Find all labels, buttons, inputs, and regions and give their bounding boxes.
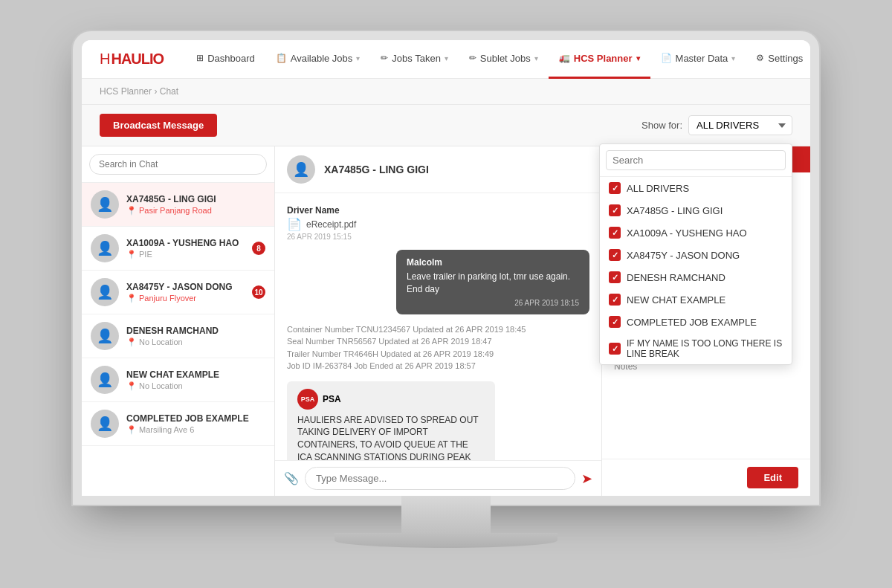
chat-item-new-chat[interactable]: 👤 NEW CHAT EXAMPLE 📍 No Location — [82, 358, 274, 402]
pdf-icon: 📄 — [287, 217, 302, 231]
dashboard-icon: ⊞ — [196, 53, 204, 63]
dropdown-label-all-drivers: ALL DRIVERS — [627, 183, 783, 194]
bubble-time: 26 APR 2019 18:15 — [407, 299, 579, 307]
avatar-ling-gigi: 👤 — [91, 190, 119, 219]
system-msg-2: Seal Number TNR56567 Updated at 26 APR 2… — [287, 335, 589, 348]
show-for-label: Show for: — [641, 120, 682, 131]
show-for-select[interactable]: ALL DRIVERS — [688, 115, 792, 135]
message-input[interactable] — [305, 467, 575, 490]
dropdown-item-jason-dong[interactable]: XA8475Y - JASON DONG — [600, 244, 792, 266]
driver-name-section: Driver Name 📄 eReceipt.pdf 26 APR 2019 1… — [287, 205, 589, 241]
chat-info-denesh: DENESH RAMCHAND 📍 No Location — [126, 326, 265, 347]
checkbox-all-drivers — [609, 182, 621, 194]
driver-dropdown: ALL DRIVERS XA7485G - LING GIGI XA1009A … — [599, 143, 792, 365]
nav-settings[interactable]: ⚙ Settings — [746, 40, 810, 79]
chat-input-bar: 📎 ➤ — [275, 460, 601, 496]
bubble-container: Malcolm Leave trailer in parking lot, tm… — [287, 250, 589, 314]
show-for-control: Show for: ALL DRIVERS — [641, 115, 792, 135]
breadcrumb-current: Chat — [160, 86, 178, 97]
checkbox-denesh — [609, 271, 621, 283]
nav-dashboard-label: Dashboard — [207, 53, 255, 64]
nav-hcs-planner[interactable]: 🚛 HCS Planner ▾ — [549, 40, 650, 79]
dropdown-label-yusheng-hao: XA1009A - YUSHENG HAO — [627, 227, 783, 239]
chat-info-yusheng-hao: XA1009A - YUSHENG HAO 📍 PIE — [126, 238, 245, 259]
chat-sub-denesh: 📍 No Location — [126, 337, 265, 347]
chat-sub-new-chat: 📍 No Location — [126, 381, 265, 391]
nav-jobs-taken[interactable]: ✏ Jobs Taken ▾ — [370, 40, 459, 79]
location-icon-denesh: 📍 — [126, 337, 137, 347]
monitor-screen: HHAULIO ⊞ Dashboard 📋 Available Jobs ▾ ✏… — [82, 40, 810, 496]
checkbox-jason-dong — [609, 249, 621, 261]
breadcrumb-parent[interactable]: HCS Planner — [100, 86, 152, 97]
avatar-jason-dong: 👤 — [91, 278, 119, 306]
send-icon[interactable]: ➤ — [581, 471, 592, 487]
sublet-jobs-icon: ✏ — [469, 53, 476, 63]
chat-item-completed-job[interactable]: 👤 COMPLETED JOB EXAMPLE 📍 Marsiling Ave … — [82, 402, 274, 446]
avatar-denesh: 👤 — [91, 322, 119, 350]
psa-header: PSA PSA — [297, 389, 485, 410]
dropdown-label-denesh: DENESH RAMCHAND — [627, 272, 783, 283]
dropdown-search-container — [600, 144, 792, 177]
dropdown-item-completed-job[interactable]: COMPLETED JOB EXAMPLE — [600, 311, 792, 333]
system-msg-4: Job ID IM-263784 Job Ended at 26 APR 201… — [287, 360, 589, 372]
chat-name-denesh: DENESH RAMCHAND — [126, 326, 265, 336]
chat-window: 👤 XA7485G - LING GIGI Driver Name 📄 eRec… — [275, 146, 602, 496]
breadcrumb-separator: › — [154, 86, 157, 97]
location-icon-completed-job: 📍 — [126, 425, 137, 435]
nav-dashboard[interactable]: ⊞ Dashboard — [186, 40, 265, 79]
dropdown-item-long-name[interactable]: IF MY NAME IS TOO LONG THERE IS LINE BRE… — [600, 333, 792, 364]
nav-available-jobs[interactable]: 📋 Available Jobs ▾ — [265, 40, 371, 79]
app-logo: HHAULIO — [100, 51, 164, 68]
chat-list: 👤 XA7485G - LING GIGI 📍 Pasir Panjang Ro… — [82, 146, 275, 496]
chat-sub-yusheng-hao: 📍 PIE — [126, 250, 245, 259]
psa-logo: PSA — [297, 389, 318, 410]
psa-text: HAULIERS ARE ADVISED TO SPREAD OUT TAKIN… — [297, 414, 485, 460]
edit-button[interactable]: Edit — [747, 467, 798, 488]
dropdown-item-denesh[interactable]: DENESH RAMCHAND — [600, 266, 792, 288]
file-attachment[interactable]: 📄 eReceipt.pdf — [287, 217, 589, 231]
dropdown-item-new-chat[interactable]: NEW CHAT EXAMPLE — [600, 288, 792, 311]
monitor-stand-base — [334, 533, 558, 548]
hcs-planner-icon: 🚛 — [559, 53, 570, 63]
checkbox-yusheng-hao — [609, 227, 621, 239]
logo-text: HAULIO — [111, 51, 164, 68]
trip-edit-bar: Edit — [602, 459, 810, 496]
location-icon-jason-dong: 📍 — [126, 294, 137, 303]
chat-item-jason-dong[interactable]: 👤 XA8475Y - JASON DONG 📍 Panjuru Flyover… — [82, 271, 274, 314]
chat-item-yusheng-hao[interactable]: 👤 XA1009A - YUSHENG HAO 📍 PIE 8 — [82, 227, 274, 271]
attachment-icon[interactable]: 📎 — [284, 471, 299, 485]
main-nav: ⊞ Dashboard 📋 Available Jobs ▾ ✏ Jobs Ta… — [186, 40, 810, 79]
chat-header: 👤 XA7485G - LING GIGI — [275, 146, 601, 193]
chat-sub-jason-dong: 📍 Panjuru Flyover — [126, 294, 245, 303]
chat-messages: Driver Name 📄 eReceipt.pdf 26 APR 2019 1… — [275, 193, 601, 460]
nav-sublet-jobs[interactable]: ✏ Sublet Jobs ▾ — [459, 40, 549, 79]
dropdown-item-ling-gigi[interactable]: XA7485G - LING GIGI — [600, 199, 792, 222]
chat-item-denesh[interactable]: 👤 DENESH RAMCHAND 📍 No Location — [82, 314, 274, 358]
dropdown-item-all-drivers[interactable]: ALL DRIVERS — [600, 177, 792, 199]
chat-info-new-chat: NEW CHAT EXAMPLE 📍 No Location — [126, 369, 265, 391]
nav-jobs-taken-label: Jobs Taken — [392, 53, 441, 64]
nav-master-data-label: Master Data — [676, 53, 728, 64]
nav-master-data[interactable]: 📄 Master Data ▾ — [650, 40, 746, 79]
dropdown-search-input[interactable] — [606, 150, 786, 170]
chat-search-input[interactable] — [89, 154, 267, 175]
badge-jason-dong: 10 — [252, 285, 265, 299]
nav-hcs-planner-label: HCS Planner — [574, 53, 633, 64]
location-icon-yusheng-hao: 📍 — [126, 250, 137, 259]
psa-message: PSA PSA HAULIERS ARE ADVISED TO SPREAD O… — [287, 381, 495, 460]
dropdown-item-yusheng-hao[interactable]: XA1009A - YUSHENG HAO — [600, 222, 792, 244]
chat-info-ling-gigi: XA7485G - LING GIGI 📍 Pasir Panjang Road — [126, 194, 265, 216]
master-data-icon: 📄 — [661, 53, 672, 63]
logo-h: H — [100, 51, 109, 68]
chat-item-ling-gigi[interactable]: 👤 XA7485G - LING GIGI 📍 Pasir Panjang Ro… — [82, 183, 274, 227]
available-jobs-icon: 📋 — [276, 53, 287, 63]
dropdown-label-completed-job: COMPLETED JOB EXAMPLE — [627, 317, 783, 328]
chat-header-avatar: 👤 — [287, 155, 315, 184]
system-messages: Container Number TCNU1234567 Updated at … — [287, 323, 589, 372]
checkbox-completed-job — [609, 316, 621, 328]
driver-name-label: Driver Name — [287, 205, 589, 216]
chat-name-yusheng-hao: XA1009A - YUSHENG HAO — [126, 238, 245, 248]
broadcast-button[interactable]: Broadcast Message — [100, 114, 217, 137]
avatar-completed-job: 👤 — [91, 410, 119, 438]
chat-name-completed-job: COMPLETED JOB EXAMPLE — [126, 413, 265, 424]
